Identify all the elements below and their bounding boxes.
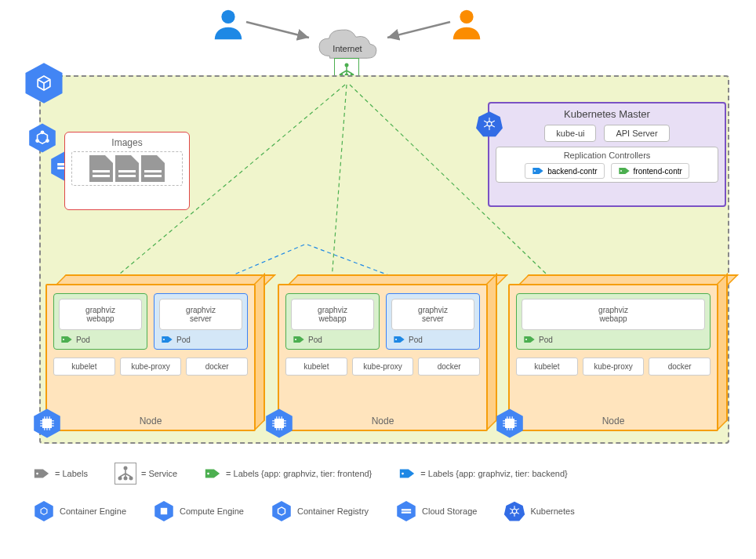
legend-item: Kubernetes bbox=[503, 500, 574, 522]
kmaster-title: Kubernetes Master bbox=[496, 108, 718, 120]
legend-text: = Labels {app: graphviz, tier: frontend} bbox=[226, 469, 372, 478]
tag-icon bbox=[60, 335, 73, 344]
compute-engine-badge bbox=[31, 408, 63, 439]
container-engine-badge bbox=[22, 61, 66, 105]
backend-controller: backend-contr bbox=[525, 163, 604, 179]
image-file-icon bbox=[141, 155, 165, 182]
svg-point-20 bbox=[46, 140, 49, 142]
node-service-kubelet: kubelet bbox=[285, 358, 347, 376]
svg-point-91 bbox=[129, 477, 133, 481]
node-title: Node bbox=[508, 416, 718, 427]
legend-text: Kubernetes bbox=[530, 506, 574, 516]
svg-point-1 bbox=[460, 10, 473, 24]
pod-app-label: graphvizwebapp bbox=[522, 299, 705, 330]
legend-text: Container Engine bbox=[60, 506, 126, 516]
legend-text: Compute Engine bbox=[180, 506, 244, 516]
node-service-docker: docker bbox=[418, 358, 480, 376]
svg-point-40 bbox=[63, 339, 64, 340]
pod-app-label: graphvizwebapp bbox=[291, 299, 374, 330]
rc-label: backend-contr bbox=[547, 167, 597, 176]
node-title: Node bbox=[278, 416, 488, 427]
svg-rect-97 bbox=[161, 508, 167, 514]
pod-label: Pod bbox=[291, 335, 374, 344]
svg-point-34 bbox=[620, 170, 622, 172]
node-service-kubelet: kubelet bbox=[53, 358, 115, 376]
user-icon-left bbox=[210, 6, 246, 44]
svg-marker-25 bbox=[476, 111, 503, 136]
tag-icon bbox=[161, 335, 173, 344]
svg-marker-98 bbox=[272, 501, 291, 521]
pod-label: Pod bbox=[522, 335, 705, 344]
svg-rect-102 bbox=[402, 512, 411, 514]
tag-icon bbox=[393, 335, 405, 344]
svg-rect-101 bbox=[402, 509, 411, 510]
svg-point-0 bbox=[221, 10, 234, 24]
svg-marker-17 bbox=[29, 124, 56, 153]
arrow-right-to-cloud bbox=[381, 19, 452, 42]
service-icon bbox=[114, 463, 136, 485]
svg-point-43 bbox=[395, 339, 397, 340]
legend-text: Cloud Storage bbox=[422, 506, 477, 516]
image-file-icon bbox=[115, 155, 139, 182]
rc-title: Replication Controllers bbox=[501, 151, 713, 160]
svg-point-4 bbox=[345, 64, 349, 67]
pod-app-label: graphvizserver bbox=[159, 299, 242, 330]
svg-rect-74 bbox=[505, 419, 514, 428]
legend-item: Container Engine bbox=[33, 500, 126, 522]
svg-rect-46 bbox=[42, 419, 52, 428]
node-service-docker: docker bbox=[186, 358, 248, 376]
legend-text: Container Registry bbox=[297, 506, 369, 516]
node-service-kubelet: kubelet bbox=[516, 358, 578, 376]
svg-point-92 bbox=[207, 473, 209, 475]
svg-marker-100 bbox=[397, 501, 416, 521]
api-server-box: API Server bbox=[604, 125, 669, 142]
cloud-storage-icon bbox=[395, 500, 417, 522]
svg-rect-60 bbox=[274, 419, 284, 428]
user-icon-right bbox=[449, 6, 485, 44]
legend-item: = Labels {app: graphviz, tier: backend} bbox=[398, 467, 567, 480]
svg-point-42 bbox=[295, 339, 296, 340]
pod-blue: graphvizserver Pod bbox=[154, 293, 248, 350]
svg-marker-94 bbox=[35, 501, 53, 521]
legend-item: Container Registry bbox=[271, 500, 369, 522]
legend-item: Compute Engine bbox=[153, 500, 244, 522]
svg-point-90 bbox=[123, 477, 127, 481]
node-service-kube-proxy: kube-proxy bbox=[583, 358, 645, 376]
pod-label: Pod bbox=[59, 335, 142, 344]
node-service-kube-proxy: kube-proxy bbox=[120, 358, 182, 376]
legend-text: = Service bbox=[141, 469, 177, 478]
node: graphvizwebapp Pod graphvizserver Pod ku… bbox=[278, 274, 497, 431]
svg-point-41 bbox=[163, 339, 165, 340]
legend-text: = Labels bbox=[55, 469, 88, 478]
svg-point-89 bbox=[118, 477, 122, 481]
image-file-icon bbox=[89, 155, 113, 182]
legend-item: = Service bbox=[114, 463, 177, 485]
cloud-label: Internet bbox=[333, 44, 362, 53]
node-service-kube-proxy: kube-proxy bbox=[352, 358, 414, 376]
kubernetes-wheel-icon bbox=[475, 110, 503, 138]
compute-engine-icon bbox=[153, 500, 175, 522]
tag-icon bbox=[618, 166, 631, 176]
kubernetes-master: Kubernetes Master kube-ui API Server Rep… bbox=[488, 102, 726, 207]
svg-marker-103 bbox=[504, 502, 525, 521]
svg-point-88 bbox=[123, 466, 127, 470]
pod-label: Pod bbox=[391, 335, 474, 344]
node-service-docker: docker bbox=[649, 358, 711, 376]
rc-label: frontend-contr bbox=[634, 167, 682, 176]
pod-green: graphvizwebapp Pod bbox=[516, 293, 711, 350]
tag-icon bbox=[398, 467, 416, 480]
tag-icon bbox=[293, 335, 305, 344]
kubernetes-icon bbox=[503, 500, 525, 522]
svg-point-93 bbox=[402, 473, 404, 475]
svg-point-33 bbox=[534, 170, 536, 172]
tag-icon bbox=[523, 335, 536, 344]
container-engine-icon bbox=[33, 500, 55, 522]
legend-item: Cloud Storage bbox=[395, 500, 477, 522]
tag-icon bbox=[33, 467, 50, 480]
svg-point-21 bbox=[36, 140, 38, 142]
legend-item: = Labels bbox=[33, 467, 88, 480]
node: graphvizwebapp Pod graphvizserver Pod ku… bbox=[45, 274, 265, 431]
svg-line-3 bbox=[387, 22, 450, 38]
pod-app-label: graphvizwebapp bbox=[59, 299, 142, 330]
legend: = Labels= Service= Labels {app: graphviz… bbox=[33, 463, 739, 538]
